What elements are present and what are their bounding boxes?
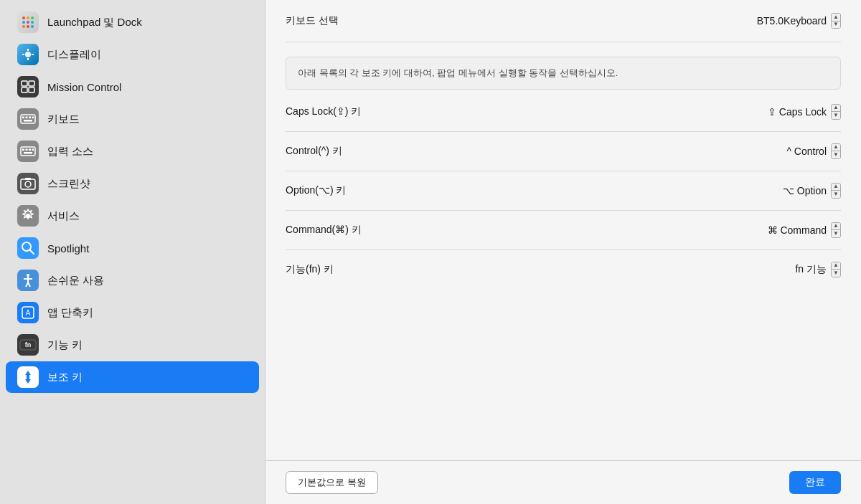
stepper-down-caps-lock[interactable]: ▼ <box>832 112 840 119</box>
stepper-down-control[interactable]: ▼ <box>832 151 840 158</box>
svg-point-34 <box>22 242 31 251</box>
sidebar-item-keyboard[interactable]: 키보드 <box>6 103 259 135</box>
keyboard-select-value: BT5.0Keyboard <box>757 15 827 27</box>
svg-rect-32 <box>25 178 31 180</box>
sidebar-item-screenshot[interactable]: 스크린샷 <box>6 168 259 199</box>
svg-rect-29 <box>24 152 32 154</box>
keyboard-icon <box>17 108 39 130</box>
sidebar-item-label-input: 입력 소스 <box>47 145 93 158</box>
svg-point-8 <box>31 25 34 28</box>
svg-rect-23 <box>24 120 32 122</box>
svg-rect-14 <box>22 81 27 86</box>
svg-text:fn: fn <box>25 341 32 348</box>
svg-rect-26 <box>26 149 28 151</box>
sidebar-item-appshortcut[interactable]: A앱 단축키 <box>6 297 259 328</box>
footer: 기본값으로 복원 완료 <box>265 460 861 504</box>
sidebar-item-display[interactable]: 디스플레이 <box>6 39 259 70</box>
sidebar-item-label-mission: Mission Control <box>47 81 121 93</box>
keyboard-select-control[interactable]: BT5.0Keyboard ▲ ▼ <box>757 13 841 29</box>
sidebar-item-service[interactable]: 서비스 <box>6 200 259 232</box>
stepper-up-fn[interactable]: ▲ <box>832 262 840 270</box>
svg-point-7 <box>27 25 29 28</box>
restore-button[interactable]: 기본값으로 복원 <box>286 471 378 494</box>
service-icon <box>17 205 39 227</box>
content-area: 키보드 선택 BT5.0Keyboard ▲ ▼ 아래 목록의 각 보조 키에 … <box>265 0 861 460</box>
svg-point-0 <box>22 16 25 19</box>
key-row-stepper-control[interactable]: ▲▼ <box>831 143 841 159</box>
key-row-value-caps-lock[interactable]: ⇪ Caps Lock▲▼ <box>768 104 841 120</box>
sidebar-item-label-spotlight: Spotlight <box>47 242 89 255</box>
key-row-label-option: Option(⌥) 키 <box>286 184 346 197</box>
key-row-stepper-command[interactable]: ▲▼ <box>831 222 841 238</box>
key-row-label-control: Control(^) 키 <box>286 145 342 158</box>
sidebar-item-label-screenshot: 스크린샷 <box>47 177 90 191</box>
svg-rect-19 <box>22 117 24 119</box>
key-row-value-control[interactable]: ^ Control▲▼ <box>786 143 841 159</box>
key-row-value-text-command: ⌘ Command <box>768 224 827 236</box>
stepper-up-option[interactable]: ▲ <box>832 184 840 191</box>
screenshot-icon <box>17 173 39 194</box>
launchpad-icon <box>17 11 39 33</box>
svg-point-2 <box>31 16 34 19</box>
mission-icon <box>17 76 39 98</box>
fnkey-icon: fn <box>17 334 39 356</box>
svg-line-40 <box>28 282 30 287</box>
sidebar-item-input[interactable]: 입력 소스 <box>6 135 259 167</box>
sidebar-item-label-accessibility: 손쉬운 사용 <box>47 274 104 287</box>
sidebar-item-label-modifier: 보조 키 <box>47 371 83 384</box>
key-row-stepper-fn[interactable]: ▲▼ <box>831 262 841 277</box>
sidebar-item-mission[interactable]: Mission Control <box>6 71 259 103</box>
key-row-value-fn[interactable]: fn 기능▲▼ <box>795 262 841 277</box>
stepper-down-command[interactable]: ▼ <box>832 230 840 237</box>
keyboard-select-row: 키보드 선택 BT5.0Keyboard ▲ ▼ <box>286 0 841 42</box>
sidebar-item-label-appshortcut: 앱 단축키 <box>47 306 93 320</box>
main-content: 키보드 선택 BT5.0Keyboard ▲ ▼ 아래 목록의 각 보조 키에 … <box>265 0 861 504</box>
sidebar-item-label-fnkey: 기능 키 <box>47 338 83 352</box>
sidebar-item-label-service: 서비스 <box>47 209 80 223</box>
svg-rect-17 <box>29 87 34 92</box>
key-row-control: Control(^) 키^ Control▲▼ <box>286 132 841 171</box>
key-row-stepper-caps-lock[interactable]: ▲▼ <box>831 104 841 120</box>
sidebar-item-spotlight[interactable]: Spotlight <box>6 232 259 264</box>
stepper-down-option[interactable]: ▼ <box>832 191 840 198</box>
sidebar: Launchpad 및 Dock디스플레이Mission Control키보드입… <box>0 0 265 504</box>
svg-point-3 <box>22 21 25 24</box>
keyboard-select-label: 키보드 선택 <box>286 14 339 27</box>
svg-point-4 <box>27 21 29 24</box>
svg-point-36 <box>27 274 29 277</box>
svg-rect-18 <box>21 115 35 123</box>
input-icon <box>17 141 39 162</box>
sidebar-item-label-keyboard: 키보드 <box>47 113 80 126</box>
sidebar-item-label-launchpad: Launchpad 및 Dock <box>47 16 142 29</box>
key-row-value-command[interactable]: ⌘ Command▲▼ <box>768 222 841 238</box>
svg-rect-24 <box>21 147 35 156</box>
stepper-down-fn[interactable]: ▼ <box>832 270 840 277</box>
sidebar-item-accessibility[interactable]: 손쉬운 사용 <box>6 265 259 296</box>
keyboard-select-stepper[interactable]: ▲ ▼ <box>831 13 841 29</box>
svg-point-6 <box>22 25 25 28</box>
spotlight-icon <box>17 237 39 259</box>
stepper-up-icon[interactable]: ▲ <box>832 14 840 22</box>
done-button[interactable]: 완료 <box>789 471 841 494</box>
svg-rect-27 <box>29 149 31 151</box>
stepper-up-control[interactable]: ▲ <box>832 144 840 152</box>
sidebar-item-fnkey[interactable]: fn기능 키 <box>6 329 259 361</box>
stepper-up-command[interactable]: ▲ <box>832 223 840 231</box>
display-icon <box>17 44 39 65</box>
stepper-down-icon[interactable]: ▼ <box>832 22 840 29</box>
key-row-value-text-control: ^ Control <box>786 146 827 157</box>
svg-rect-25 <box>22 149 24 151</box>
svg-text:A: A <box>26 309 31 317</box>
key-row-label-fn: 기능(fn) 키 <box>286 263 334 276</box>
sidebar-item-launchpad[interactable]: Launchpad 및 Dock <box>6 6 259 38</box>
sidebar-item-modifier[interactable]: 보조 키 <box>6 361 259 393</box>
svg-rect-21 <box>29 117 31 119</box>
svg-point-5 <box>31 21 34 24</box>
stepper-up-caps-lock[interactable]: ▲ <box>832 105 840 113</box>
key-row-value-text-option: ⌥ Option <box>783 185 827 196</box>
svg-rect-16 <box>22 87 27 92</box>
svg-rect-22 <box>32 117 34 119</box>
key-row-value-option[interactable]: ⌥ Option▲▼ <box>783 183 841 199</box>
key-row-stepper-option[interactable]: ▲▼ <box>831 183 841 199</box>
key-rows-container: Caps Lock(⇪) 키⇪ Caps Lock▲▼Control(^) 키^… <box>286 92 841 289</box>
